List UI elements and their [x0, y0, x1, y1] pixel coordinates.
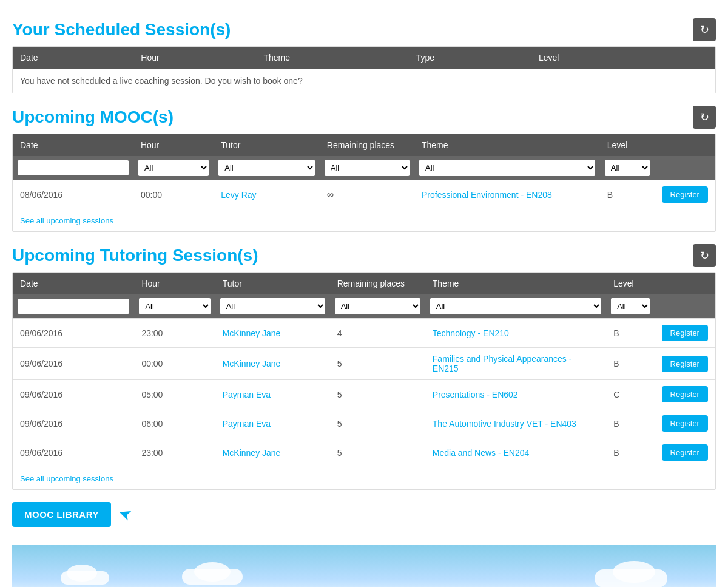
mooc-row-1-register-button[interactable]: Register: [662, 186, 708, 203]
mooc-library-button[interactable]: MOOC LIBRARY: [12, 502, 111, 527]
tutoring-row-3-level: C: [606, 380, 654, 409]
tutoring-row-1-remaining: 4: [330, 319, 425, 348]
moocs-theme-filter-cell: All: [414, 156, 600, 180]
scheduled-type-col-header: Type: [409, 47, 531, 69]
tutoring-remaining-filter-select[interactable]: All: [335, 298, 420, 314]
tutoring-see-all-link[interactable]: See all upcoming sessions: [20, 474, 113, 483]
scheduled-sessions-table: Date Hour Theme Type Level You have not …: [13, 47, 715, 93]
upcoming-tutoring-refresh-button[interactable]: ↻: [693, 244, 716, 267]
mooc-row-1-remaining: ∞: [320, 180, 414, 209]
moocs-theme-col-header: Theme: [414, 134, 600, 156]
moocs-see-all-cell: See all upcoming sessions: [13, 209, 715, 232]
tutoring-see-all-row: See all upcoming sessions: [13, 467, 715, 490]
tutoring-row-5-action: Register: [655, 438, 715, 467]
moocs-header-row: Date Hour Tutor Remaining places Theme L…: [13, 134, 715, 156]
tutoring-row-5-hour: 23:00: [134, 438, 215, 467]
moocs-action-col-header: [655, 134, 715, 156]
tutoring-row-3-tutor: Payman Eva: [215, 380, 330, 409]
tutoring-row-3-hour: 05:00: [134, 380, 215, 409]
tutoring-row-5-theme: Media and News - EN204: [425, 438, 606, 467]
tutoring-row-2-action: Register: [655, 348, 715, 380]
moocs-date-col-header: Date: [13, 134, 133, 156]
moocs-see-all-row: See all upcoming sessions: [13, 209, 715, 232]
tutoring-row-4-level: B: [606, 409, 654, 438]
tutoring-row-3-date: 09/06/2016: [13, 380, 134, 409]
scheduled-sessions-title: Your Scheduled Session(s): [12, 20, 231, 39]
tutoring-theme-col-header: Theme: [425, 273, 606, 294]
tutoring-row-2-tutor: McKinney Jane: [215, 348, 330, 380]
tutoring-date-filter-input[interactable]: [18, 299, 129, 314]
upcoming-tutoring-table: Date Hour Tutor Remaining places Theme L…: [13, 273, 715, 489]
scheduled-empty-message: You have not scheduled a live coaching s…: [13, 69, 715, 93]
scheduled-level-col-header: Level: [531, 47, 661, 69]
scheduled-sessions-header: Your Scheduled Session(s) ↻: [12, 18, 716, 41]
tutoring-row-3-action: Register: [655, 380, 715, 409]
moocs-level-col-header: Level: [600, 134, 655, 156]
moocs-tutor-filter-cell: All: [214, 156, 320, 180]
tutoring-see-all-cell: See all upcoming sessions: [13, 467, 715, 490]
upcoming-tutoring-header: Upcoming Tutoring Session(s) ↻: [12, 244, 716, 267]
moocs-filter-row: All All All Al: [13, 156, 715, 180]
moocs-hour-filter-select[interactable]: All: [138, 160, 209, 176]
moocs-tutor-filter-select[interactable]: All: [218, 160, 315, 176]
tutoring-row-4-remaining: 5: [330, 409, 425, 438]
tutoring-header-row: Date Hour Tutor Remaining places Theme L…: [13, 273, 715, 294]
upcoming-moocs-refresh-button[interactable]: ↻: [693, 106, 716, 129]
scheduled-theme-col-header: Theme: [256, 47, 408, 69]
cloud-1-top: [67, 565, 97, 582]
tutoring-row-1-tutor: McKinney Jane: [215, 319, 330, 348]
tutoring-row-4-action: Register: [655, 409, 715, 438]
moocs-see-all-link[interactable]: See all upcoming sessions: [20, 216, 113, 225]
tutoring-row-1-register-button[interactable]: Register: [662, 325, 708, 341]
tutoring-row-4-hour: 06:00: [134, 409, 215, 438]
moocs-theme-filter-select[interactable]: All: [419, 160, 595, 176]
tutoring-row-4-register-button[interactable]: Register: [662, 415, 708, 432]
moocs-level-filter-select[interactable]: All: [605, 160, 650, 176]
tutoring-row-2: 09/06/2016 00:00 McKinney Jane 5 Familie…: [13, 348, 715, 380]
mooc-row-1-tutor: Levy Ray: [214, 180, 320, 209]
tutoring-hour-filter-select[interactable]: All: [139, 298, 210, 314]
tutoring-row-1-hour: 23:00: [134, 319, 215, 348]
tutoring-row-5-date: 09/06/2016: [13, 438, 134, 467]
tutoring-level-filter-cell: All: [606, 294, 654, 319]
moocs-tutor-col-header: Tutor: [214, 134, 320, 156]
moocs-date-filter-input[interactable]: [18, 160, 129, 175]
moocs-hour-filter-cell: All: [133, 156, 214, 180]
moocs-action-filter-cell: [655, 156, 715, 180]
tutoring-remaining-col-header: Remaining places: [330, 273, 425, 294]
tutoring-row-4-date: 09/06/2016: [13, 409, 134, 438]
upcoming-moocs-header: Upcoming MOOC(s) ↻: [12, 106, 716, 129]
moocs-remaining-filter-cell: All: [320, 156, 414, 180]
moocs-remaining-filter-select[interactable]: All: [325, 160, 410, 176]
tutoring-row-1-action: Register: [655, 319, 715, 348]
tutoring-row-4: 09/06/2016 06:00 Payman Eva 5 The Automo…: [13, 409, 715, 438]
tutoring-row-2-register-button[interactable]: Register: [662, 356, 708, 372]
tutoring-level-filter-select[interactable]: All: [611, 298, 649, 314]
moocs-level-filter-cell: All: [600, 156, 655, 180]
tutoring-row-1: 08/06/2016 23:00 McKinney Jane 4 Technol…: [13, 319, 715, 348]
moocs-hour-col-header: Hour: [133, 134, 214, 156]
tutoring-hour-filter-cell: All: [134, 294, 215, 319]
tutoring-theme-filter-select[interactable]: All: [430, 298, 601, 314]
tutoring-row-5-tutor: McKinney Jane: [215, 438, 330, 467]
tutoring-row-3-register-button[interactable]: Register: [662, 386, 708, 402]
tutoring-row-4-tutor: Payman Eva: [215, 409, 330, 438]
scheduled-sessions-refresh-button[interactable]: ↻: [693, 18, 716, 41]
mooc-row-1-level: B: [600, 180, 655, 209]
mooc-row-1-theme: Professional Environment - EN208: [414, 180, 600, 209]
upcoming-moocs-table: Date Hour Tutor Remaining places Theme L…: [13, 134, 715, 231]
tutoring-filter-row: All All All Al: [13, 294, 715, 319]
tutoring-date-col-header: Date: [13, 273, 134, 294]
scheduled-empty-row: You have not scheduled a live coaching s…: [13, 69, 715, 93]
scheduled-sessions-header-row: Date Hour Theme Type Level: [13, 47, 715, 69]
tutoring-remaining-filter-cell: All: [330, 294, 425, 319]
tutoring-hour-col-header: Hour: [134, 273, 215, 294]
tutoring-tutor-filter-select[interactable]: All: [220, 298, 325, 314]
moocs-date-filter-cell: [13, 156, 133, 180]
tutoring-row-5-register-button[interactable]: Register: [662, 444, 708, 461]
tutoring-action-col-header: [655, 273, 715, 294]
tutoring-row-5: 09/06/2016 23:00 McKinney Jane 5 Media a…: [13, 438, 715, 467]
tutoring-action-filter-cell: [655, 294, 715, 319]
arrow-icon: ➤: [115, 503, 134, 526]
tutoring-level-col-header: Level: [606, 273, 654, 294]
